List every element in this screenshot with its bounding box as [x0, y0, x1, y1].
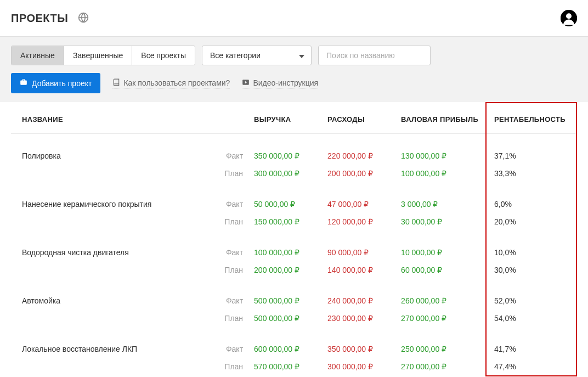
project-name[interactable]: Полировка	[11, 134, 214, 183]
add-project-button[interactable]: Добавить проект	[11, 73, 100, 93]
project-name[interactable]: Локальное восстановление ЛКП	[11, 327, 214, 376]
tab-completed[interactable]: Завершенные	[64, 46, 132, 65]
profitability-fact: 37,1%	[486, 134, 576, 165]
row-label-plan: План	[214, 358, 248, 376]
profitability-plan: 47,4%	[486, 358, 576, 376]
page-title: ПРОЕКТЫ	[11, 12, 68, 25]
expenses-plan: 230 000,00 ₽	[322, 310, 395, 327]
toolbar: Активные Завершенные Все проекты Все кат…	[0, 37, 588, 102]
status-tabs: Активные Завершенные Все проекты	[11, 46, 195, 65]
gross-fact: 130 000,00 ₽	[395, 134, 486, 165]
project-name[interactable]: Водородная чистка двигателя	[11, 230, 214, 279]
revenue-plan: 200 000,00 ₽	[248, 261, 322, 279]
profitability-plan: 54,0%	[486, 310, 576, 327]
gross-plan: 270 000,00 ₽	[395, 358, 486, 376]
search-input[interactable]	[318, 46, 431, 65]
table-row: Водородная чистка двигателяФакт100 000,0…	[11, 230, 576, 261]
gross-plan: 100 000,00 ₽	[395, 165, 486, 182]
col-header-expenses: РАСХОДЫ	[322, 103, 395, 134]
col-header-profitability: РЕНТАБЕЛЬНОСТЬ	[486, 103, 576, 134]
expenses-fact: 350 000,00 ₽	[322, 327, 395, 358]
revenue-fact: 350 000,00 ₽	[248, 134, 322, 165]
expenses-fact: 220 000,00 ₽	[322, 134, 395, 165]
row-label-plan: План	[214, 165, 248, 182]
expenses-fact: 240 000,00 ₽	[322, 279, 395, 310]
profitability-plan: 30,0%	[486, 261, 576, 279]
expenses-fact: 47 000,00 ₽	[322, 182, 395, 213]
projects-table: НАЗВАНИЕ ВЫРУЧКА РАСХОДЫ ВАЛОВАЯ ПРИБЫЛЬ…	[11, 102, 577, 376]
profitability-fact: 10,0%	[486, 230, 576, 261]
avatar[interactable]	[561, 10, 577, 26]
row-label-plan: План	[214, 310, 248, 327]
gross-plan: 60 000,00 ₽	[395, 261, 486, 279]
col-header-gross: ВАЛОВАЯ ПРИБЫЛЬ	[395, 103, 486, 134]
table-row: ПолировкаФакт350 000,00 ₽220 000,00 ₽130…	[11, 134, 576, 165]
revenue-plan: 500 000,00 ₽	[248, 310, 322, 327]
revenue-fact: 100 000,00 ₽	[248, 230, 322, 261]
gross-fact: 250 000,00 ₽	[395, 327, 486, 358]
row-label-fact: Факт	[214, 327, 248, 358]
expenses-plan: 300 000,00 ₽	[322, 358, 395, 376]
tab-all[interactable]: Все проекты	[132, 46, 195, 65]
revenue-plan: 570 000,00 ₽	[248, 358, 322, 376]
gross-fact: 3 000,00 ₽	[395, 182, 486, 213]
gross-fact: 10 000,00 ₽	[395, 230, 486, 261]
project-name[interactable]: Автомойка	[11, 279, 214, 327]
revenue-fact: 600 000,00 ₽	[248, 327, 322, 358]
gross-plan: 30 000,00 ₽	[395, 213, 486, 230]
category-dropdown[interactable]: Все категории	[202, 46, 312, 65]
howto-link[interactable]: Как пользоваться проектами?	[112, 78, 230, 88]
expenses-fact: 90 000,00 ₽	[322, 230, 395, 261]
video-link[interactable]: Видео-инструкция	[242, 78, 318, 88]
table-row: Нанесение керамического покрытияФакт50 0…	[11, 182, 576, 213]
expenses-plan: 200 000,00 ₽	[322, 165, 395, 182]
book-icon	[112, 78, 120, 88]
revenue-plan: 150 000,00 ₽	[248, 213, 322, 230]
revenue-plan: 300 000,00 ₽	[248, 165, 322, 182]
top-header: ПРОЕКТЫ	[0, 0, 588, 37]
expenses-plan: 120 000,00 ₽	[322, 213, 395, 230]
col-header-revenue: ВЫРУЧКА	[248, 103, 322, 134]
profitability-fact: 41,7%	[486, 327, 576, 358]
category-label: Все категории	[210, 51, 261, 60]
expenses-plan: 140 000,00 ₽	[322, 261, 395, 279]
profitability-plan: 20,0%	[486, 213, 576, 230]
row-label-fact: Факт	[214, 182, 248, 213]
globe-icon[interactable]	[78, 12, 89, 25]
project-name[interactable]: Нанесение керамического покрытия	[11, 182, 214, 230]
table-row: АвтомойкаФакт500 000,00 ₽240 000,00 ₽260…	[11, 279, 576, 310]
profitability-plan: 33,3%	[486, 165, 576, 182]
video-icon	[242, 78, 250, 88]
row-label-fact: Факт	[214, 230, 248, 261]
profitability-fact: 6,0%	[486, 182, 576, 213]
add-project-label: Добавить проект	[32, 79, 92, 88]
row-label-plan: План	[214, 261, 248, 279]
tab-active[interactable]: Активные	[12, 46, 64, 65]
caret-down-icon	[299, 51, 304, 60]
profitability-fact: 52,0%	[486, 279, 576, 310]
briefcase-icon	[20, 78, 27, 88]
row-label-plan: План	[214, 213, 248, 230]
svg-point-2	[566, 13, 572, 19]
gross-fact: 260 000,00 ₽	[395, 279, 486, 310]
table-row: Локальное восстановление ЛКПФакт600 000,…	[11, 327, 576, 358]
revenue-fact: 50 000,00 ₽	[248, 182, 322, 213]
gross-plan: 270 000,00 ₽	[395, 310, 486, 327]
row-label-fact: Факт	[214, 134, 248, 165]
revenue-fact: 500 000,00 ₽	[248, 279, 322, 310]
col-header-name: НАЗВАНИЕ	[11, 103, 248, 134]
row-label-fact: Факт	[214, 279, 248, 310]
